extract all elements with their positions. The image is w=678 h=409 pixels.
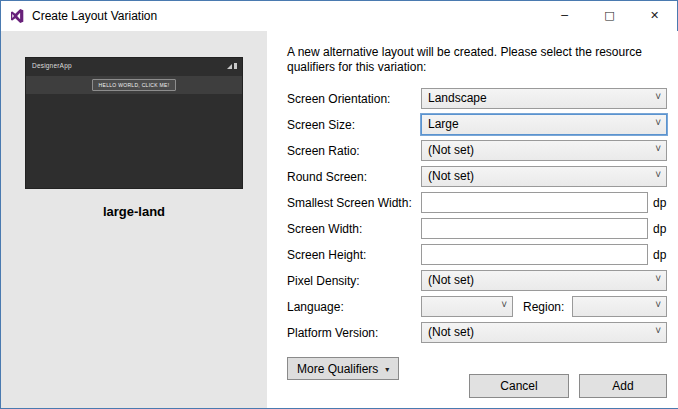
chevron-down-icon: ˅ [655, 169, 661, 180]
preview-panel: DesignerApp HELLO WORLD, CLICK ME! large… [1, 31, 267, 408]
preview-app-title: DesignerApp [32, 62, 72, 69]
dp-unit-label: dp [653, 222, 667, 236]
row-screen-height: Screen Height: dp [287, 244, 667, 265]
minimize-button[interactable]: ─ [542, 1, 587, 30]
status-icons [227, 62, 237, 69]
pixel-density-value: (Not set) [428, 273, 474, 287]
region-label: Region: [523, 300, 564, 314]
preview-hello-button: HELLO WORLD, CLICK ME! [92, 79, 177, 91]
screen-orientation-control: Landscape ˅ [421, 88, 667, 109]
preview-content-band: HELLO WORLD, CLICK ME! [26, 76, 242, 94]
row-smallest-screen-width: Smallest Screen Width: dp [287, 192, 667, 213]
platform-version-control: (Not set) ˅ [421, 322, 667, 343]
row-platform-version: Platform Version: (Not set) ˅ [287, 322, 667, 343]
screen-ratio-value: (Not set) [428, 143, 474, 157]
language-region-control: ˅ Region: ˅ [421, 296, 667, 317]
close-button[interactable]: ✕ [632, 1, 677, 30]
more-qualifiers-label: More Qualifiers [297, 362, 378, 376]
window-title: Create Layout Variation [32, 9, 542, 23]
add-button-label: Add [612, 379, 633, 393]
screen-ratio-select[interactable]: (Not set) ˅ [421, 140, 667, 161]
dp-unit-label: dp [653, 196, 667, 210]
chevron-down-icon: ˅ [655, 299, 661, 310]
chevron-down-icon: ˅ [655, 91, 661, 102]
screen-orientation-value: Landscape [428, 91, 487, 105]
language-select[interactable]: ˅ [421, 296, 513, 317]
dialog-description: A new alternative layout will be created… [287, 45, 667, 75]
platform-version-select[interactable]: (Not set) ˅ [421, 322, 667, 343]
screen-ratio-control: (Not set) ˅ [421, 140, 667, 161]
pixel-density-label: Pixel Density: [287, 274, 421, 288]
smallest-screen-width-label: Smallest Screen Width: [287, 196, 421, 210]
close-icon: ✕ [650, 9, 659, 22]
cancel-button-label: Cancel [500, 379, 537, 393]
pixel-density-control: (Not set) ˅ [421, 270, 667, 291]
region-select[interactable]: ˅ [572, 296, 667, 317]
round-screen-label: Round Screen: [287, 170, 421, 184]
screen-size-select[interactable]: Large ˅ [421, 114, 667, 135]
create-layout-variation-dialog: Create Layout Variation ─ □ ✕ DesignerAp… [0, 0, 678, 409]
preview-statusbar: DesignerApp [26, 58, 242, 72]
screen-width-label: Screen Width: [287, 222, 421, 236]
footer-actions: Cancel Add [469, 374, 667, 398]
smallest-screen-width-input[interactable] [421, 192, 648, 213]
screen-orientation-select[interactable]: Landscape ˅ [421, 88, 667, 109]
platform-version-label: Platform Version: [287, 326, 421, 340]
platform-version-value: (Not set) [428, 325, 474, 339]
screen-ratio-label: Screen Ratio: [287, 144, 421, 158]
screen-size-control: Large ˅ [421, 114, 667, 135]
round-screen-control: (Not set) ˅ [421, 166, 667, 187]
row-screen-size: Screen Size: Large ˅ [287, 114, 667, 135]
maximize-icon: □ [604, 9, 614, 22]
chevron-down-icon: ˅ [655, 143, 661, 154]
dp-unit-label: dp [653, 248, 667, 262]
dropdown-arrow-icon: ▾ [385, 364, 389, 374]
minimize-icon: ─ [561, 9, 568, 22]
row-screen-ratio: Screen Ratio: (Not set) ˅ [287, 140, 667, 161]
screen-height-control: dp [421, 244, 667, 265]
screen-height-input[interactable] [421, 244, 648, 265]
layout-preview-thumbnail: DesignerApp HELLO WORLD, CLICK ME! [25, 57, 243, 189]
form-panel: A new alternative layout will be created… [267, 31, 678, 408]
chevron-down-icon: ˅ [655, 117, 661, 128]
visual-studio-icon [9, 8, 25, 24]
pixel-density-select[interactable]: (Not set) ˅ [421, 270, 667, 291]
row-pixel-density: Pixel Density: (Not set) ˅ [287, 270, 667, 291]
screen-width-input[interactable] [421, 218, 648, 239]
add-button[interactable]: Add [579, 374, 667, 398]
signal-icon [227, 64, 232, 69]
round-screen-value: (Not set) [428, 169, 474, 183]
more-qualifiers-button[interactable]: More Qualifiers ▾ [287, 357, 399, 380]
maximize-button[interactable]: □ [587, 1, 632, 30]
chevron-down-icon: ˅ [655, 325, 661, 336]
dialog-body: DesignerApp HELLO WORLD, CLICK ME! large… [1, 31, 677, 408]
window-controls: ─ □ ✕ [542, 1, 677, 30]
row-screen-width: Screen Width: dp [287, 218, 667, 239]
language-label: Language: [287, 300, 421, 314]
variation-name-label: large-land [1, 204, 267, 219]
cancel-button[interactable]: Cancel [469, 374, 569, 398]
screen-orientation-label: Screen Orientation: [287, 92, 421, 106]
row-screen-orientation: Screen Orientation: Landscape ˅ [287, 88, 667, 109]
chevron-down-icon: ˅ [655, 273, 661, 284]
screen-size-value: Large [428, 117, 459, 131]
chevron-down-icon: ˅ [501, 299, 507, 310]
row-round-screen: Round Screen: (Not set) ˅ [287, 166, 667, 187]
screen-width-control: dp [421, 218, 667, 239]
screen-height-label: Screen Height: [287, 248, 421, 262]
titlebar: Create Layout Variation ─ □ ✕ [1, 1, 677, 31]
smallest-screen-width-control: dp [421, 192, 667, 213]
battery-icon [234, 63, 237, 69]
row-language-region: Language: ˅ Region: ˅ [287, 296, 667, 317]
round-screen-select[interactable]: (Not set) ˅ [421, 166, 667, 187]
screen-size-label: Screen Size: [287, 118, 421, 132]
